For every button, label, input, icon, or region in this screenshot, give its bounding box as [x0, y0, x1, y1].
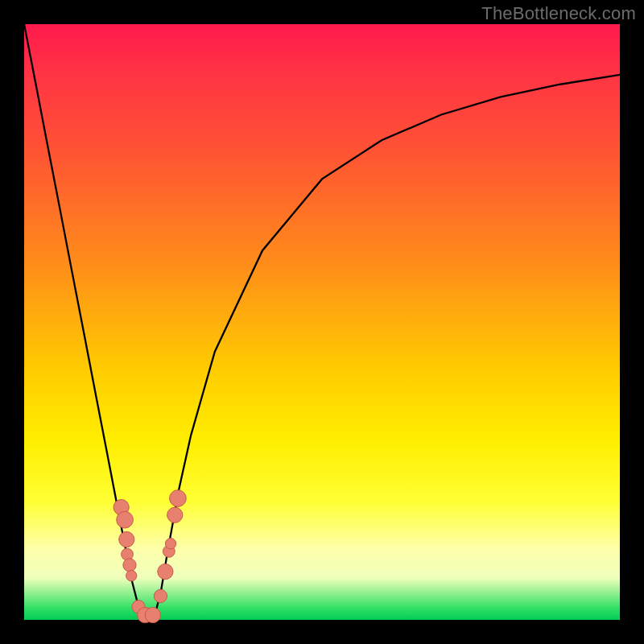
curve-marker — [117, 511, 134, 528]
chart-frame: TheBottleneck.com — [0, 0, 644, 644]
curve-marker — [158, 564, 173, 579]
curve-marker — [167, 507, 183, 522]
bottleneck-curve — [24, 24, 620, 620]
curve-marker — [123, 559, 136, 572]
curve-markers — [114, 490, 186, 623]
curve-marker — [119, 531, 134, 547]
curve-marker — [145, 607, 160, 622]
curve-marker — [126, 571, 137, 581]
curve-marker — [170, 490, 187, 507]
curve-svg — [24, 24, 620, 620]
plot-area — [24, 24, 620, 620]
watermark-text: TheBottleneck.com — [481, 3, 636, 24]
curve-marker — [154, 589, 167, 602]
curve-marker — [165, 539, 175, 549]
